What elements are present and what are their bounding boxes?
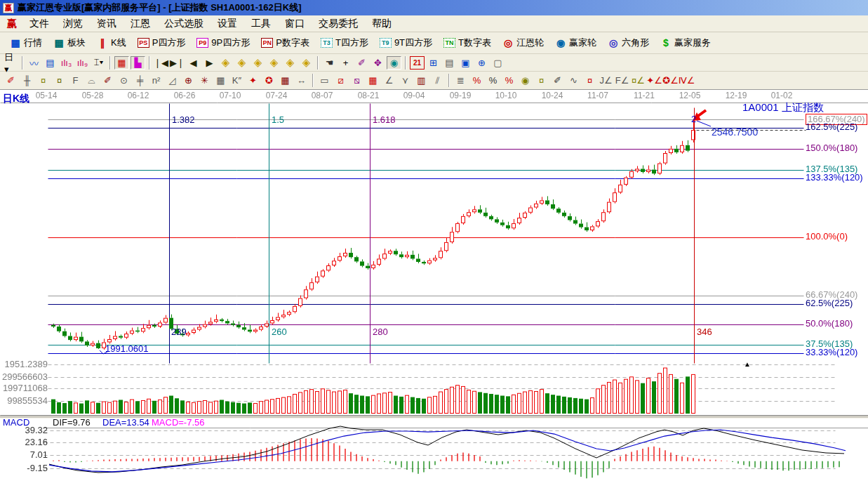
menu-item[interactable]: 浏览 (56, 16, 90, 32)
remote-service-icon[interactable]: ▢ (490, 56, 505, 70)
draw-marker-icon[interactable]: ✐ (550, 74, 565, 87)
chart-canvas[interactable] (0, 90, 868, 481)
draw-measure-icon[interactable]: ≣ (453, 74, 468, 87)
chart-3-icon[interactable]: ılı₃ (59, 56, 74, 70)
draw-rect-icon[interactable]: ▭ (317, 74, 332, 87)
draw-star-icon[interactable]: ✳ (197, 74, 212, 87)
toolbar-9t-square-button[interactable]: T9 9T四方形 (374, 34, 438, 51)
icon-toolbar: 日▾〰▤ılı₃ılı₉⌶▾▦▙❘◀▶❘◀▶◈◈◈◈◈◈☚+✐✥◉21⊞▤▣⊕▢ (0, 54, 868, 72)
draw-gann-grid-icon[interactable]: ╫ (20, 74, 34, 87)
hand-tool-icon[interactable]: ☚ (322, 56, 337, 70)
notes-icon[interactable]: ▤ (442, 56, 457, 70)
toolbar-quotes-button[interactable]: ▦ 行情 (4, 34, 48, 51)
draw-fan-box-icon[interactable]: ⧅ (349, 74, 364, 87)
draw-percent-line-icon[interactable]: % (502, 74, 516, 87)
toolbar-sectors-button[interactable]: ▩ 板块 (48, 34, 91, 51)
next-page-button[interactable]: ▶ (202, 56, 217, 70)
draw-gold-line-icon[interactable]: ¤ (534, 74, 549, 87)
shift-left-diamond[interactable]: ◈ (218, 56, 233, 70)
draw-wave-icon[interactable]: ∿ (566, 74, 581, 87)
toolbar-hexagon-button[interactable]: ◎ 六角形 (602, 34, 655, 51)
draw-fan-icon[interactable]: ⧄ (333, 74, 348, 87)
menu-item[interactable]: 帮助 (365, 16, 399, 32)
gann-grid-toggle[interactable]: ▦ (114, 56, 129, 70)
draw-si-angle-icon[interactable]: Ⅳ∠ (679, 74, 694, 87)
draw-shen-grid-icon[interactable]: ✦ (246, 74, 260, 87)
draw-j-angle-icon[interactable]: J∠ (599, 74, 613, 87)
draw-compass-icon[interactable]: ⊕ (181, 74, 196, 87)
draw-gold-red-icon[interactable]: ¤ (582, 74, 597, 87)
menu-item[interactable]: 江恩 (123, 16, 157, 32)
toolbar-t-square-button[interactable]: T3 T四方形 (315, 34, 374, 51)
menu-item[interactable]: 公式选股 (157, 16, 211, 32)
crosshair-tool-icon[interactable]: + (338, 56, 353, 70)
draw-v-line-icon[interactable]: ⋎ (398, 74, 413, 87)
toolbar-gann-wheel-button[interactable]: ◎ 江恩轮 (497, 34, 549, 51)
draw-gold-angle-icon[interactable]: ¤∠ (631, 74, 646, 87)
pointer-tool-icon[interactable]: ✐ (354, 56, 369, 70)
draw-grid-icon[interactable]: ╪ (133, 74, 147, 87)
toolbar-kline-button[interactable]: ∥ K线 (91, 34, 132, 51)
menu-item[interactable]: 工具 (244, 16, 278, 32)
trend-line-icon[interactable]: 〰 (27, 56, 41, 70)
h-shrink-diamond[interactable]: ◈ (267, 56, 281, 70)
draw-ying-grid-icon[interactable]: ✪ (262, 74, 276, 87)
draw-gold-grid-icon[interactable]: ¤ (36, 74, 51, 87)
toolbar-button-label: 行情 (24, 37, 42, 49)
draw-parallel-icon[interactable]: ⫽ (430, 74, 445, 87)
draw-grid-a-icon[interactable]: ▥ (414, 74, 429, 87)
draw-k-mark-icon[interactable]: K″ (229, 74, 244, 87)
draw-percent-icon[interactable]: % (486, 74, 500, 87)
draw-shen-angle-icon[interactable]: ✦∠ (647, 74, 662, 87)
menu-item[interactable]: 资讯 (90, 16, 123, 32)
toolbar-winner-service-button[interactable]: $ 赢家服务 (655, 34, 716, 51)
wizard-tool-icon[interactable]: ✥ (370, 56, 385, 70)
toolbar-winner-wheel-button[interactable]: ◉ 赢家轮 (549, 34, 602, 51)
toolbar-9p-square-button[interactable]: P9 9P四方形 (191, 34, 255, 51)
prev-page-button[interactable]: ◀ (186, 56, 201, 70)
watchlist-icon[interactable]: ▤ (43, 56, 58, 70)
toolbar-button-icon: ∥ (97, 38, 108, 48)
web-update-icon[interactable]: ⊕ (474, 56, 489, 70)
draw-pen-icon[interactable]: ✐ (4, 74, 18, 87)
draw-brush-icon[interactable]: ✐ (100, 74, 115, 87)
period-day-dropdown[interactable]: 日▾ (4, 56, 18, 70)
analysis-toggle-icon[interactable]: ◉ (387, 56, 401, 70)
toolbar-t-table-button[interactable]: TN T数字表 (438, 34, 497, 51)
draw-arc-icon[interactable]: ⌓ (84, 74, 99, 87)
menu-item[interactable]: 窗口 (278, 16, 312, 32)
menu-item[interactable]: 文件 (22, 16, 56, 32)
window-title: 赢家江恩专业版[赢家内部服务平台] - [上证指数 SH1A0001-162日K… (18, 1, 302, 14)
v-expand-diamond[interactable]: ◈ (283, 56, 298, 70)
toolbar-p-square-button[interactable]: PS P四方形 (132, 34, 192, 51)
calendar-icon[interactable]: 21 (410, 56, 425, 70)
draw-f-grid-icon[interactable]: F (68, 74, 83, 87)
draw-price-box-icon[interactable]: ▦ (366, 74, 380, 87)
draw-ying-angle-icon[interactable]: ✪∠ (663, 74, 678, 87)
menu-item[interactable]: 设置 (211, 16, 244, 32)
volume-color-toggle[interactable]: ▙ (131, 56, 145, 70)
draw-trend-angle-icon[interactable]: ∠ (382, 74, 396, 87)
toolbar-button-label: 板块 (67, 37, 86, 49)
draw-f-angle-icon[interactable]: F∠ (615, 74, 629, 87)
save-icon[interactable]: ▣ (458, 56, 473, 70)
toolbar-p-table-button[interactable]: PN P数字表 (255, 34, 315, 51)
candle-style-dropdown[interactable]: ⌶▾ (91, 56, 106, 70)
draw-box-icon[interactable]: ▦ (213, 74, 228, 87)
draw-angle-icon[interactable]: ◿ (165, 74, 180, 87)
chart-9-icon[interactable]: ılı₉ (75, 56, 90, 70)
first-page-button[interactable]: ❘◀ (154, 56, 168, 70)
draw-percent-slope-icon[interactable]: % (469, 74, 484, 87)
h-expand-diamond[interactable]: ◈ (251, 56, 265, 70)
shift-right-diamond[interactable]: ◈ (234, 56, 249, 70)
last-page-button[interactable]: ▶❘ (170, 56, 185, 70)
draw-number-grid-icon[interactable]: ▦ (278, 74, 293, 87)
draw-n-square-icon[interactable]: n² (149, 74, 163, 87)
v-shrink-diamond[interactable]: ◈ (299, 56, 314, 70)
calculator-icon[interactable]: ⊞ (426, 56, 441, 70)
draw-gold-circle-icon[interactable]: ◉ (518, 74, 533, 87)
menu-item[interactable]: 交易委托 (312, 16, 365, 32)
draw-time-cycle-icon[interactable]: ⊙ (116, 74, 131, 87)
draw-gold-grid2-icon[interactable]: ¤ (52, 74, 67, 87)
draw-width-measure-icon[interactable]: ↔ (294, 74, 309, 87)
